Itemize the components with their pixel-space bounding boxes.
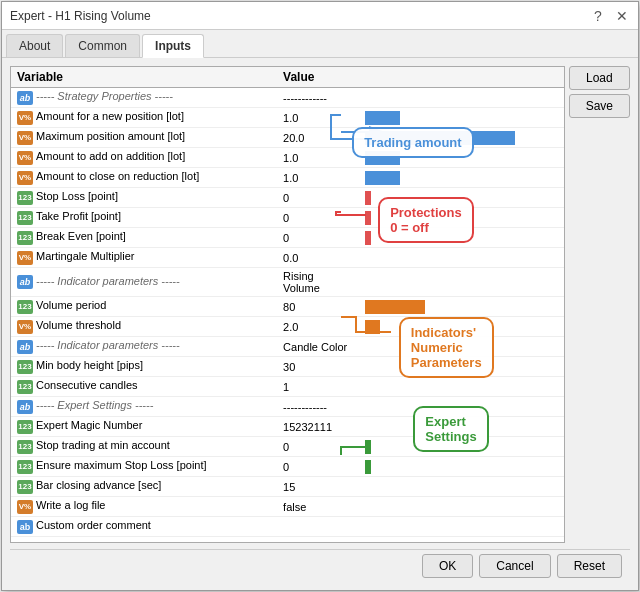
- table-row[interactable]: 123Take Profit [point]0: [11, 208, 564, 228]
- value-cell: 80: [277, 297, 359, 317]
- ok-button[interactable]: OK: [422, 554, 473, 578]
- bar-red: [365, 211, 371, 225]
- icon-ab: ab: [17, 400, 33, 414]
- value-cell: 15: [277, 477, 359, 497]
- table-row[interactable]: 123Ensure maximum Stop Loss [point]0: [11, 457, 564, 477]
- table-row[interactable]: ab----- Expert Settings ----------------…: [11, 397, 564, 417]
- value-cell: 1.0: [277, 168, 359, 188]
- params-table: Variable Value ab----- Strategy Properti…: [11, 67, 564, 537]
- value-cell: Candle Color: [277, 337, 359, 357]
- table-row[interactable]: ab----- Strategy Properties ------------…: [11, 88, 564, 108]
- help-button[interactable]: ?: [590, 8, 606, 24]
- icon-123: 123: [17, 360, 33, 374]
- table-row[interactable]: 123Expert Magic Number15232111: [11, 417, 564, 437]
- tab-inputs[interactable]: Inputs: [142, 34, 204, 58]
- var-cell: 123Ensure maximum Stop Loss [point]: [11, 457, 277, 477]
- table-row[interactable]: V%Amount to add on addition [lot]1.0: [11, 148, 564, 168]
- bar-green: [365, 440, 371, 454]
- table-row[interactable]: V%Amount for a new position [lot]1.0: [11, 108, 564, 128]
- value-cell: Rising Volume: [277, 268, 359, 297]
- icon-ab: ab: [17, 340, 33, 354]
- bar-red: [365, 231, 371, 245]
- bar-cell: [359, 188, 564, 208]
- title-bar: Expert - H1 Rising Volume ? ✕: [2, 2, 638, 30]
- bar-cell: [359, 268, 564, 297]
- tab-bar: About Common Inputs: [2, 30, 638, 58]
- main-window: Expert - H1 Rising Volume ? ✕ About Comm…: [1, 1, 639, 591]
- table-container: Variable Value ab----- Strategy Properti…: [10, 66, 565, 543]
- icon-ab: ab: [17, 91, 33, 105]
- bar-orange: [365, 320, 380, 334]
- table-row[interactable]: 123Break Even [point]0: [11, 228, 564, 248]
- bar-cell: [359, 317, 564, 337]
- value-cell: 30: [277, 357, 359, 377]
- var-cell: 123Volume period: [11, 297, 277, 317]
- bar-cell: [359, 168, 564, 188]
- bar-orange: [365, 300, 425, 314]
- var-cell: 123Take Profit [point]: [11, 208, 277, 228]
- icon-123: 123: [17, 380, 33, 394]
- table-row[interactable]: ab----- Indicator parameters -----Candle…: [11, 337, 564, 357]
- value-cell: 1.0: [277, 148, 359, 168]
- bottom-bar: OK Cancel Reset: [10, 549, 630, 582]
- bar-cell: [359, 248, 564, 268]
- var-cell: 123Stop trading at min account: [11, 437, 277, 457]
- var-cell: 123Stop Loss [point]: [11, 188, 277, 208]
- table-area: Variable Value ab----- Strategy Properti…: [10, 66, 630, 543]
- bar-cell: [359, 477, 564, 497]
- bar-cell: [359, 417, 564, 437]
- table-row[interactable]: V%Martingale Multiplier0.0: [11, 248, 564, 268]
- tab-about[interactable]: About: [6, 34, 63, 57]
- table-row[interactable]: V%Write a log filefalse: [11, 497, 564, 517]
- tab-common[interactable]: Common: [65, 34, 140, 57]
- var-cell: ab----- Strategy Properties -----: [11, 88, 277, 108]
- value-cell: 0: [277, 188, 359, 208]
- icon-123: 123: [17, 460, 33, 474]
- table-row[interactable]: 123Min body height [pips]30: [11, 357, 564, 377]
- table-row[interactable]: V%Amount to close on reduction [lot]1.0: [11, 168, 564, 188]
- bar-cell: [359, 437, 564, 457]
- icon-123: 123: [17, 211, 33, 225]
- icon-123: 123: [17, 420, 33, 434]
- table-row[interactable]: 123Stop trading at min account0: [11, 437, 564, 457]
- col-variable: Variable: [11, 67, 277, 88]
- value-cell: 20.0: [277, 128, 359, 148]
- table-row[interactable]: abCustom order comment: [11, 517, 564, 537]
- table-row[interactable]: 123Consecutive candles1: [11, 377, 564, 397]
- var-cell: ab----- Indicator parameters -----: [11, 268, 277, 297]
- cancel-button[interactable]: Cancel: [479, 554, 550, 578]
- load-button[interactable]: Load: [569, 66, 630, 90]
- var-cell: ab----- Indicator parameters -----: [11, 337, 277, 357]
- table-row[interactable]: ab----- Indicator parameters -----Rising…: [11, 268, 564, 297]
- close-button[interactable]: ✕: [614, 8, 630, 24]
- var-cell: V%Write a log file: [11, 497, 277, 517]
- icon-123: 123: [17, 300, 33, 314]
- reset-button[interactable]: Reset: [557, 554, 622, 578]
- window-title: Expert - H1 Rising Volume: [10, 9, 151, 23]
- icon-vb: V%: [17, 251, 33, 265]
- var-cell: 123Min body height [pips]: [11, 357, 277, 377]
- bar-cell: [359, 128, 564, 148]
- value-cell: 0: [277, 437, 359, 457]
- icon-vb: V%: [17, 151, 33, 165]
- var-cell: V%Amount for a new position [lot]: [11, 108, 277, 128]
- bar-cell: [359, 228, 564, 248]
- save-button[interactable]: Save: [569, 94, 630, 118]
- table-row[interactable]: V%Maximum position amount [lot]20.0: [11, 128, 564, 148]
- bar-red: [365, 191, 371, 205]
- bar-green: [365, 460, 371, 474]
- table-row[interactable]: 123Stop Loss [point]0: [11, 188, 564, 208]
- var-cell: 123Bar closing advance [sec]: [11, 477, 277, 497]
- table-row[interactable]: V%Volume threshold2.0: [11, 317, 564, 337]
- value-cell: ------------: [277, 397, 359, 417]
- icon-ab: ab: [17, 275, 33, 289]
- table-row[interactable]: 123Volume period80: [11, 297, 564, 317]
- var-cell: abCustom order comment: [11, 517, 277, 537]
- icon-vb: V%: [17, 171, 33, 185]
- icon-vb: V%: [17, 111, 33, 125]
- var-cell: V%Volume threshold: [11, 317, 277, 337]
- icon-vb: V%: [17, 500, 33, 514]
- table-row[interactable]: 123Bar closing advance [sec]15: [11, 477, 564, 497]
- bar-cell: [359, 88, 564, 108]
- col-bar: [359, 67, 564, 88]
